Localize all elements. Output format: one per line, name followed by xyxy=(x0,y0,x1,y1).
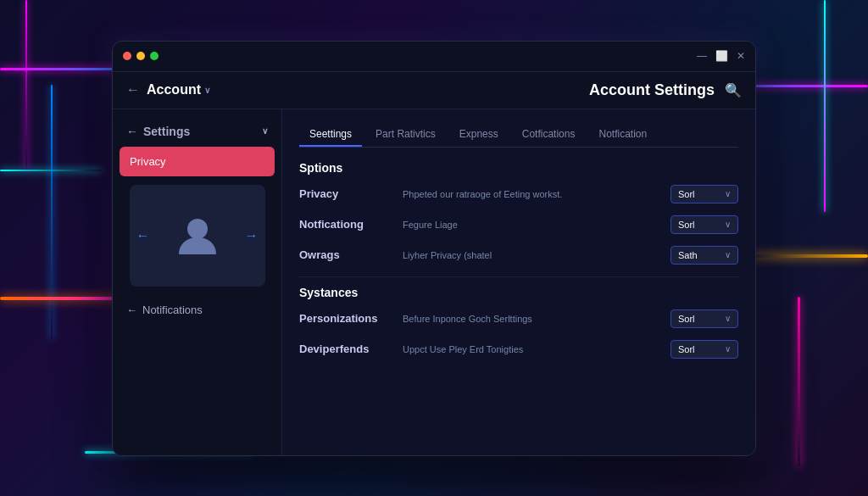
traffic-lights xyxy=(123,52,159,60)
setting-desc-notifications: Fegure Liage xyxy=(403,220,660,230)
minimize-icon[interactable]: — xyxy=(697,50,707,62)
main-content: ← Settings ∨ Privacy ← → ← Notifications xyxy=(113,109,755,455)
content-area: Seettings Part Rativtics Expness Cotfica… xyxy=(282,109,755,455)
avatar-arrow-left-icon[interactable]: ← xyxy=(136,228,150,243)
sidebar-back-icon[interactable]: ← xyxy=(126,125,138,138)
setting-label-owrags: Owrags xyxy=(299,248,392,261)
sidebar-item-notifications[interactable]: ← Notifications xyxy=(113,295,281,325)
title-bar: — ⬜ ✕ xyxy=(113,42,755,72)
svg-point-0 xyxy=(187,219,208,239)
sidebar-header-label: Settings xyxy=(143,125,190,138)
notifications-select[interactable]: Sorl ∨ xyxy=(670,215,738,234)
setting-desc-personizations: Befure Inponce Goch Serlttings xyxy=(403,314,660,324)
privacy-label: Privacy xyxy=(130,155,166,168)
neon-line xyxy=(741,254,868,258)
setting-label-privacy: Privacy xyxy=(299,187,392,200)
personizations-select-value: Sorl xyxy=(678,314,695,324)
account-text: Account xyxy=(147,82,201,98)
notifications-label: Notifications xyxy=(142,304,203,316)
notifications-back-icon: ← xyxy=(126,304,137,316)
neon-line xyxy=(51,85,53,339)
setting-desc-owrags: Liyher Privacy (shatel xyxy=(403,250,660,260)
owrags-select-value: Sath xyxy=(678,250,698,260)
sidebar-chevron-icon[interactable]: ∨ xyxy=(262,126,268,136)
account-chevron-icon[interactable]: ∨ xyxy=(204,86,210,95)
setting-label-personizations: Personizations xyxy=(299,312,392,325)
neon-line xyxy=(25,0,27,170)
sidebar-header: ← Settings ∨ xyxy=(113,120,281,147)
notifications-select-value: Sorl xyxy=(678,220,695,230)
minimize-button[interactable] xyxy=(136,52,145,60)
close-button[interactable] xyxy=(123,52,131,60)
privacy-select[interactable]: Sorl ∨ xyxy=(670,185,738,203)
setting-row-notifications: Notficationg Fegure Liage Sorl ∨ xyxy=(299,215,738,234)
neon-line xyxy=(798,297,800,466)
setting-label-notifications: Notficationg xyxy=(299,218,392,231)
setting-row-personizations: Personizations Befure Inponce Goch Serlt… xyxy=(299,309,738,328)
neon-line xyxy=(824,0,826,212)
tab-expness[interactable]: Expness xyxy=(449,123,509,147)
page-title: Account Settings xyxy=(589,81,715,99)
deviperfends-select-chevron-icon: ∨ xyxy=(725,344,731,354)
owrags-select[interactable]: Sath ∨ xyxy=(670,246,738,265)
section-title-systances: Systances xyxy=(299,286,738,299)
notifications-select-chevron-icon: ∨ xyxy=(725,220,731,229)
tab-notfication[interactable]: Notfication xyxy=(588,123,657,147)
setting-row-owrags: Owrags Liyher Privacy (shatel Sath ∨ xyxy=(299,246,738,265)
avatar-icon xyxy=(172,210,223,261)
app-header: ← Account ∨ Account Settings 🔍 xyxy=(113,72,755,109)
setting-label-deviperfends: Deviperfends xyxy=(299,343,392,355)
tab-partrativtics[interactable]: Part Rativtics xyxy=(365,123,446,147)
privacy-select-chevron-icon: ∨ xyxy=(725,189,731,198)
owrags-select-chevron-icon: ∨ xyxy=(725,250,731,259)
divider xyxy=(299,276,738,277)
maximize-button[interactable] xyxy=(150,52,159,60)
setting-desc-privacy: Phpeted our ratraoge of Eeting workst. xyxy=(403,189,660,199)
restore-icon[interactable]: ⬜ xyxy=(715,50,728,62)
avatar-container: ← → xyxy=(130,185,265,287)
tab-cotfications[interactable]: Cotfications xyxy=(512,123,586,147)
search-icon[interactable]: 🔍 xyxy=(725,82,742,98)
section-title-sptions: Sptions xyxy=(299,161,738,175)
setting-desc-deviperfends: Uppct Use Pley Erd Tonigties xyxy=(403,344,660,354)
sidebar: ← Settings ∨ Privacy ← → ← Notifications xyxy=(113,109,282,455)
tab-seettings[interactable]: Seettings xyxy=(299,123,362,147)
deviperfends-select[interactable]: Sorl ∨ xyxy=(670,340,738,359)
account-label: Account ∨ xyxy=(147,82,210,98)
personizations-select[interactable]: Sorl ∨ xyxy=(670,309,738,328)
window-controls: — ⬜ ✕ xyxy=(697,50,745,62)
app-window: — ⬜ ✕ ← Account ∨ Account Settings 🔍 ← S… xyxy=(112,41,756,456)
deviperfends-select-value: Sorl xyxy=(678,344,695,354)
setting-row-privacy: Privacy Phpeted our ratraoge of Eeting w… xyxy=(299,185,738,203)
sidebar-item-privacy[interactable]: Privacy xyxy=(120,147,275,176)
privacy-select-value: Sorl xyxy=(678,189,695,199)
back-button[interactable]: ← xyxy=(126,82,140,98)
close-icon[interactable]: ✕ xyxy=(737,50,745,62)
tabs-bar: Seettings Part Rativtics Expness Cotfica… xyxy=(299,123,738,148)
header-right: Account Settings 🔍 xyxy=(589,81,742,99)
personizations-select-chevron-icon: ∨ xyxy=(725,314,731,323)
setting-row-deviperfends: Deviperfends Uppct Use Pley Erd Tonigtie… xyxy=(299,340,738,359)
avatar-arrow-right-icon[interactable]: → xyxy=(245,228,259,243)
